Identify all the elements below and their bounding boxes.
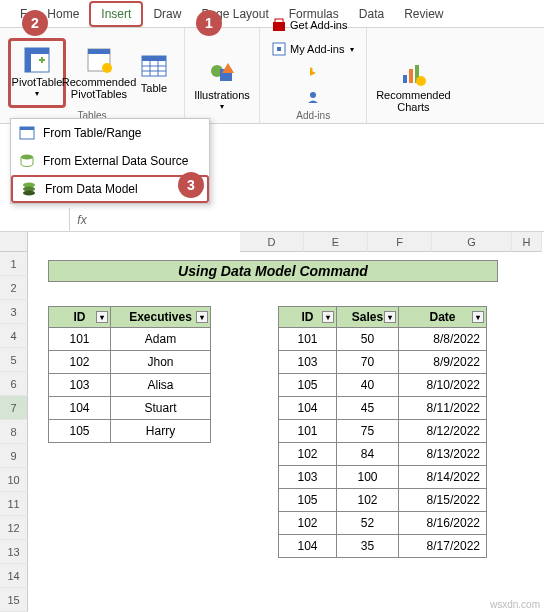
row-header[interactable]: 7 <box>0 396 28 420</box>
table-cell[interactable]: 35 <box>337 535 399 558</box>
tab-insert[interactable]: Insert <box>89 1 143 27</box>
table-header[interactable]: ID▾ <box>49 307 111 328</box>
col-header[interactable]: F <box>368 232 432 252</box>
tab-data[interactable]: Data <box>349 3 394 25</box>
table-cell[interactable]: 8/16/2022 <box>399 512 487 535</box>
table-row[interactable]: 101Adam <box>49 328 211 351</box>
table-row[interactable]: 1051028/15/2022 <box>279 489 487 512</box>
filter-button[interactable]: ▾ <box>472 311 484 323</box>
table-row[interactable]: 102528/16/2022 <box>279 512 487 535</box>
table-cell[interactable]: 104 <box>49 397 111 420</box>
table-row[interactable]: 104458/11/2022 <box>279 397 487 420</box>
filter-button[interactable]: ▾ <box>384 311 396 323</box>
table-cell[interactable]: 101 <box>49 328 111 351</box>
filter-button[interactable]: ▾ <box>322 311 334 323</box>
col-header[interactable]: H <box>512 232 542 252</box>
table-cell[interactable]: 103 <box>279 466 337 489</box>
table-cell[interactable]: Alisa <box>111 374 211 397</box>
row-header[interactable]: 12 <box>0 516 28 540</box>
table-cell[interactable]: 40 <box>337 374 399 397</box>
formula-input[interactable] <box>94 208 544 231</box>
table-row[interactable]: 105Harry <box>49 420 211 443</box>
table-row[interactable]: 104358/17/2022 <box>279 535 487 558</box>
tab-draw[interactable]: Draw <box>143 3 191 25</box>
name-box[interactable] <box>0 208 70 231</box>
table-cell[interactable]: 52 <box>337 512 399 535</box>
row-header[interactable]: 2 <box>0 276 28 300</box>
table-row[interactable]: 105408/10/2022 <box>279 374 487 397</box>
col-header[interactable]: D <box>240 232 304 252</box>
table-cell[interactable]: 105 <box>279 489 337 512</box>
filter-button[interactable]: ▾ <box>196 311 208 323</box>
table-cell[interactable]: 8/10/2022 <box>399 374 487 397</box>
recommended-pivottables-button[interactable]: Recommended PivotTables <box>70 38 128 108</box>
row-header[interactable]: 8 <box>0 420 28 444</box>
table-cell[interactable]: 8/17/2022 <box>399 535 487 558</box>
table-header[interactable]: Date▾ <box>399 307 487 328</box>
table-row[interactable]: 101758/12/2022 <box>279 420 487 443</box>
table-row[interactable]: 103708/9/2022 <box>279 351 487 374</box>
table-cell[interactable]: Stuart <box>111 397 211 420</box>
table-cell[interactable]: 101 <box>279 328 337 351</box>
people-addin-button[interactable] <box>268 86 358 108</box>
from-table-range-item[interactable]: From Table/Range <box>11 119 209 147</box>
recommended-charts-button[interactable]: Recommended Charts <box>375 51 451 121</box>
row-header[interactable]: 1 <box>0 252 28 276</box>
row-header[interactable]: 15 <box>0 588 28 612</box>
table-row[interactable]: 102848/13/2022 <box>279 443 487 466</box>
table-cell[interactable]: 101 <box>279 420 337 443</box>
table-cell[interactable]: 102 <box>279 443 337 466</box>
fx-icon[interactable]: fx <box>70 213 94 227</box>
row-header[interactable]: 4 <box>0 324 28 348</box>
table-header[interactable]: Executives▾ <box>111 307 211 328</box>
filter-button[interactable]: ▾ <box>96 311 108 323</box>
table-cell[interactable]: 45 <box>337 397 399 420</box>
from-external-data-item[interactable]: From External Data Source <box>11 147 209 175</box>
my-addins-button[interactable]: My Add-ins ▾ <box>268 38 358 60</box>
table-cell[interactable]: 103 <box>49 374 111 397</box>
table-cell[interactable]: 8/14/2022 <box>399 466 487 489</box>
table-cell[interactable]: 84 <box>337 443 399 466</box>
table-cell[interactable]: 102 <box>279 512 337 535</box>
table-cell[interactable]: 8/11/2022 <box>399 397 487 420</box>
table-cell[interactable]: 105 <box>279 374 337 397</box>
table-row[interactable]: 102Jhon <box>49 351 211 374</box>
table-cell[interactable]: 103 <box>279 351 337 374</box>
table-cell[interactable]: 102 <box>49 351 111 374</box>
row-header[interactable]: 9 <box>0 444 28 468</box>
table-cell[interactable]: 8/9/2022 <box>399 351 487 374</box>
select-all-corner[interactable] <box>0 232 28 252</box>
table-cell[interactable]: Adam <box>111 328 211 351</box>
row-header[interactable]: 5 <box>0 348 28 372</box>
table-cell[interactable]: 102 <box>337 489 399 512</box>
row-header[interactable]: 6 <box>0 372 28 396</box>
table-cell[interactable]: 8/13/2022 <box>399 443 487 466</box>
table-header[interactable]: Sales▾ <box>337 307 399 328</box>
table-cell[interactable]: 105 <box>49 420 111 443</box>
table-cell[interactable]: 75 <box>337 420 399 443</box>
table-cell[interactable]: 8/15/2022 <box>399 489 487 512</box>
col-header[interactable]: E <box>304 232 368 252</box>
row-header[interactable]: 13 <box>0 540 28 564</box>
table-cell[interactable]: 70 <box>337 351 399 374</box>
table-cell[interactable]: Harry <box>111 420 211 443</box>
tab-formulas[interactable]: Formulas <box>279 3 349 25</box>
row-header[interactable]: 11 <box>0 492 28 516</box>
table-button[interactable]: Table <box>132 38 176 108</box>
bing-addin-button[interactable] <box>268 62 358 84</box>
tab-review[interactable]: Review <box>394 3 453 25</box>
illustrations-button[interactable]: Illustrations ▾ <box>193 51 251 121</box>
table-cell[interactable]: 104 <box>279 535 337 558</box>
col-header[interactable]: G <box>432 232 512 252</box>
row-header[interactable]: 10 <box>0 468 28 492</box>
table-row[interactable]: 103Alisa <box>49 374 211 397</box>
table-row[interactable]: 104Stuart <box>49 397 211 420</box>
table-cell[interactable]: Jhon <box>111 351 211 374</box>
table-row[interactable]: 101508/8/2022 <box>279 328 487 351</box>
table-cell[interactable]: 50 <box>337 328 399 351</box>
table-header[interactable]: ID▾ <box>279 307 337 328</box>
table-row[interactable]: 1031008/14/2022 <box>279 466 487 489</box>
table-cell[interactable]: 104 <box>279 397 337 420</box>
row-header[interactable]: 14 <box>0 564 28 588</box>
table-cell[interactable]: 100 <box>337 466 399 489</box>
